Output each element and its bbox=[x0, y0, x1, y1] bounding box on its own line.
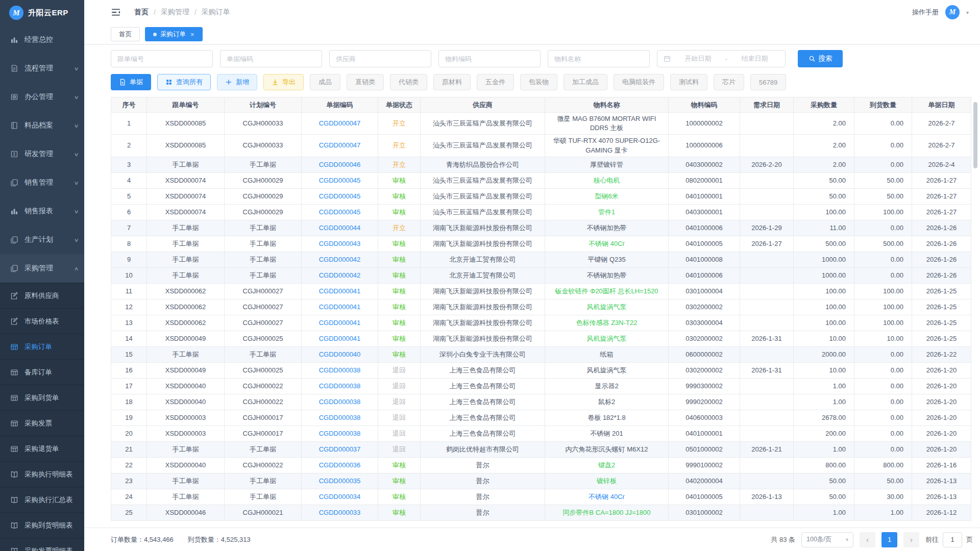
category-chip[interactable]: 原材料 bbox=[433, 74, 471, 90]
doc-no-link[interactable]: CGDD000040 bbox=[319, 350, 361, 358]
doc-no-link[interactable]: CGDD000038 bbox=[319, 430, 361, 437]
table-row[interactable]: 18XSDD000040CGJH000022CGDD000038退回上海三色食品… bbox=[111, 394, 971, 410]
item-name-input[interactable] bbox=[548, 50, 650, 67]
search-button[interactable]: 搜索 bbox=[798, 50, 843, 67]
sidebar-item-market-price-list[interactable]: 市场价格表 bbox=[0, 308, 84, 334]
sidebar-item-raw-material-supplier[interactable]: 原料供应商 bbox=[0, 283, 84, 308]
doc-no-link[interactable]: CGDD000041 bbox=[319, 319, 361, 327]
sidebar-item-purchase-invoice-detail[interactable]: 采购发票明细表 bbox=[0, 538, 84, 551]
follow-no-input[interactable] bbox=[111, 50, 213, 67]
table-row[interactable]: 3手工单据手工单据CGDD000046开立青海纺织品股份合作公司厚壁镀锌管040… bbox=[111, 157, 971, 172]
doc-no-link[interactable]: CGDD000038 bbox=[319, 366, 361, 374]
current-page[interactable]: 1 bbox=[881, 532, 897, 547]
breadcrumb-home[interactable]: 首页 bbox=[134, 8, 149, 17]
sidebar-item-purchase-exec-summary[interactable]: 采购执行汇总表 bbox=[0, 487, 84, 512]
doc-no-link[interactable]: CGDD000035 bbox=[319, 477, 361, 485]
table-row[interactable]: 23手工单据手工单据CGDD000035审核普尔镀锌板040200000450.… bbox=[111, 473, 971, 489]
page-size-select[interactable]: 100条/页 ▾ bbox=[801, 532, 853, 547]
doc-no-link[interactable]: CGDD000036 bbox=[319, 461, 361, 469]
sidebar-item-purchase-arrival-detail[interactable]: 采购到货明细表 bbox=[0, 512, 84, 538]
breadcrumb-purchase-management[interactable]: 采购管理 bbox=[161, 8, 189, 17]
sidebar-item-purchase-exec-detail[interactable]: 采购执行明细表 bbox=[0, 461, 84, 487]
table-row[interactable]: 19XSDD000003CGJH000017CGDD000038退回上海三色食品… bbox=[111, 410, 971, 425]
add-button[interactable]: 新增 bbox=[217, 74, 257, 90]
category-chip[interactable]: 56789 bbox=[750, 74, 786, 90]
close-icon[interactable]: × bbox=[190, 31, 194, 38]
doc-no-link[interactable]: CGDD000042 bbox=[319, 256, 361, 263]
doc-no-link[interactable]: CGDD000043 bbox=[319, 240, 361, 247]
table-row[interactable]: 2XSDD000085CGJH000033CGDD000047开立汕头市三辰蓝猫… bbox=[111, 135, 971, 157]
category-chip[interactable]: 五金件 bbox=[477, 74, 514, 90]
table-row[interactable]: 17XSDD000040CGJH000022CGDD000038退回上海三色食品… bbox=[111, 378, 971, 394]
doc-no-link[interactable]: CGDD000042 bbox=[319, 271, 361, 279]
sidebar-item-purchase-management[interactable]: 采购管理∧ bbox=[0, 254, 84, 283]
sidebar-item-purchase-arrival[interactable]: 采购到货单 bbox=[0, 385, 84, 410]
sidebar-item-material-archives[interactable]: 料品档案∨ bbox=[0, 111, 84, 140]
category-chip[interactable]: 电脑组装件 bbox=[614, 74, 664, 90]
sidebar-item-sales-management[interactable]: 销售管理∨ bbox=[0, 168, 84, 197]
sidebar-item-rd-management[interactable]: 研发管理∨ bbox=[0, 140, 84, 168]
sidebar-item-sales-reports[interactable]: 销售报表∨ bbox=[0, 197, 84, 226]
chevron-down-icon[interactable]: ▾ bbox=[966, 10, 969, 15]
table-row[interactable]: 1XSDD000085CGJH000033CGDD000047开立汕头市三辰蓝猫… bbox=[111, 113, 971, 135]
table-row[interactable]: 14XSDD000049CGJH000025CGDD000041审核湖南飞沃新能… bbox=[111, 331, 971, 346]
table-row[interactable]: 7手工单据手工单据CGDD000044开立湖南飞沃新能源科技股份有限公司不锈钢加… bbox=[111, 220, 971, 236]
doc-no-link[interactable]: CGDD000041 bbox=[319, 287, 361, 295]
doc-code-input[interactable] bbox=[220, 50, 322, 67]
prev-page-button[interactable]: ‹ bbox=[860, 532, 875, 547]
table-row[interactable]: 16XSDD000049CGJH000025CGDD000038退回上海三色食品… bbox=[111, 362, 971, 378]
table-row[interactable]: 24手工单据手工单据CGDD000034审核普尔不锈钢 40Cr04010000… bbox=[111, 489, 971, 505]
sidebar-item-production-plan[interactable]: 生产计划∨ bbox=[0, 226, 84, 254]
menu-fold-icon[interactable] bbox=[111, 7, 121, 17]
doc-no-link[interactable]: CGDD000033 bbox=[319, 509, 361, 516]
supplier-input[interactable] bbox=[329, 50, 431, 67]
doc-no-link[interactable]: CGDD000047 bbox=[319, 141, 361, 149]
sidebar-item-business-overview[interactable]: 经营总控 bbox=[0, 26, 84, 54]
table-row[interactable]: 10手工单据手工单据CGDD000042审核北京开迪工贸有限公司不锈钢加热带04… bbox=[111, 267, 971, 283]
category-chip[interactable]: 代销类 bbox=[390, 74, 427, 90]
table-row[interactable]: 4XSDD000074CGJH000029CGDD000045审核汕头市三辰蓝猫… bbox=[111, 172, 971, 188]
sidebar-item-office-management[interactable]: 办公管理∨ bbox=[0, 83, 84, 111]
date-range-picker[interactable]: 开始日期 - 结束日期 bbox=[657, 50, 786, 67]
doc-no-link[interactable]: CGDD000045 bbox=[319, 208, 361, 216]
category-chip[interactable]: 加工成品 bbox=[564, 74, 607, 90]
query-all-button[interactable]: 查询所有 bbox=[157, 74, 211, 90]
category-chip[interactable]: 芯片 bbox=[714, 74, 744, 90]
table-row[interactable]: 22XSDD000040CGJH000022CGDD000036审核普尔键盘29… bbox=[111, 457, 971, 473]
table-row[interactable]: 15手工单据手工单据CGDD000040审核深圳小白兔专业干洗有限公司纸箱060… bbox=[111, 346, 971, 362]
category-chip[interactable]: 成品 bbox=[310, 74, 340, 90]
table-row[interactable]: 11XSDD000062CGJH000027CGDD000041审核湖南飞沃新能… bbox=[111, 283, 971, 299]
sidebar-item-purchase-return[interactable]: 采购退货单 bbox=[0, 436, 84, 461]
doc-no-link[interactable]: CGDD000037 bbox=[319, 445, 361, 453]
doc-no-link[interactable]: CGDD000045 bbox=[319, 192, 361, 200]
table-row[interactable]: 13XSDD000062CGJH000027CGDD000041审核湖南飞沃新能… bbox=[111, 315, 971, 331]
category-chip[interactable]: 直销类 bbox=[347, 74, 384, 90]
sidebar-item-purchase-order[interactable]: 采购订单 bbox=[0, 334, 84, 359]
doc-no-link[interactable]: CGDD000041 bbox=[319, 335, 361, 342]
sidebar-item-process-management[interactable]: 流程管理∨ bbox=[0, 54, 84, 83]
doc-no-link[interactable]: CGDD000047 bbox=[319, 119, 361, 127]
table-row[interactable]: 25XSDD000046CGJH000021CGDD000033审核普尔同步带件… bbox=[111, 505, 971, 520]
doc-no-link[interactable]: CGDD000044 bbox=[319, 224, 361, 232]
doc-no-link[interactable]: CGDD000038 bbox=[319, 414, 361, 421]
table-row[interactable]: 9手工单据手工单据CGDD000042审核北京开迪工贸有限公司平键钢 Q2350… bbox=[111, 252, 971, 267]
doc-no-link[interactable]: CGDD000046 bbox=[319, 161, 361, 168]
tab-home[interactable]: 首页 bbox=[111, 27, 140, 41]
sidebar-item-stock-order[interactable]: 备库订单 bbox=[0, 359, 84, 385]
export-button[interactable]: 导出 bbox=[263, 74, 304, 90]
sidebar-item-purchase-invoice[interactable]: 采购发票 bbox=[0, 410, 84, 436]
user-avatar[interactable]: M bbox=[945, 5, 960, 19]
item-code-input[interactable] bbox=[438, 50, 541, 67]
table-row[interactable]: 20XSDD000003CGJH000017CGDD000038退回上海三色食品… bbox=[111, 425, 971, 441]
tab-purchase-order[interactable]: 采购订单 × bbox=[145, 27, 203, 41]
next-page-button[interactable]: › bbox=[903, 532, 919, 547]
category-chip[interactable]: 包装物 bbox=[520, 74, 557, 90]
doc-no-link[interactable]: CGDD000045 bbox=[319, 177, 361, 184]
manual-link[interactable]: 操作手册 bbox=[912, 8, 939, 17]
doc-no-link[interactable]: CGDD000038 bbox=[319, 398, 361, 406]
doc-no-link[interactable]: CGDD000041 bbox=[319, 303, 361, 311]
table-row[interactable]: 21手工单据手工单据CGDD000037退回鹤岗比优特超市有限公司内六角花形沉头… bbox=[111, 441, 971, 457]
document-button[interactable]: 单据 bbox=[111, 74, 151, 90]
doc-no-link[interactable]: CGDD000038 bbox=[319, 382, 361, 390]
table-row[interactable]: 8手工单据手工单据CGDD000043审核湖南飞沃新能源科技股份有限公司不锈钢 … bbox=[111, 236, 971, 252]
